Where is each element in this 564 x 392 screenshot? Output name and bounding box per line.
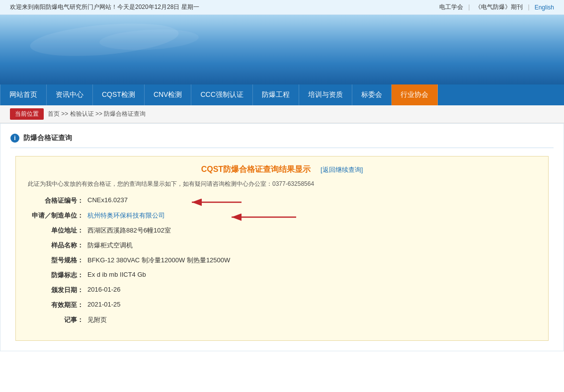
label-notes: 记事： (28, 315, 87, 324)
data-row-expiry-date: 有效期至： 2021-01-25 (28, 301, 536, 310)
label-address: 单位地址： (28, 226, 87, 235)
data-row-notes: 记事： 见附页 (28, 315, 536, 324)
content-area: i 防爆合格证查询 CQST防爆合格证查询结果显示 [返回继续查询] 此证为我中… (0, 123, 564, 351)
data-table: 合格证编号： CNEx16.0237 申请／制造单位： (28, 196, 536, 324)
value-notes: 见附页 (87, 315, 536, 324)
result-title-row: CQST防爆合格证查询结果显示 [返回继续查询] (28, 164, 536, 175)
data-row-cert-id: 合格证编号： CNEx16.0237 (28, 196, 536, 205)
breadcrumb-path-text: 首页 >> 检验认证 >> 防爆合格证查询 (48, 110, 146, 117)
nav-item-fangbao[interactable]: 防爆工程 (253, 84, 299, 105)
top-bar: 欢迎来到南阳防爆电气研究所门户网站！今天是2020年12月28日 星期一 电工学… (0, 0, 564, 15)
label-model: 型号规格： (28, 256, 87, 265)
arrow-cert-id (187, 195, 246, 211)
nav-item-training[interactable]: 培训与资质 (299, 84, 352, 105)
breadcrumb-current-label: 当前位置 (10, 108, 44, 120)
top-bar-links: 电工学会 ｜ 《电气防爆》期刊 ｜ English (439, 3, 554, 11)
data-row-sample-name: 样品名称： 防爆柜式空调机 (28, 241, 536, 250)
label-explosion-mark: 防爆标志： (28, 271, 87, 280)
label-cert-id: 合格证编号： (28, 196, 87, 205)
nav-item-industry[interactable]: 行业协会 (392, 84, 438, 105)
label-issue-date: 颁发日期： (28, 286, 87, 295)
data-row-explosion-mark: 防爆标志： Ex d ib mb IICT4 Gb (28, 271, 536, 280)
arrow-company (227, 210, 301, 226)
nav-item-ccc[interactable]: CCC强制认证 (191, 84, 252, 105)
sep1: ｜ (466, 3, 472, 11)
result-notice: 此证为我中心发放的有效合格证，您的查询结果显示如下，如有疑问请咨询检测中心办公室… (28, 180, 536, 188)
data-row-issue-date: 颁发日期： 2016-01-26 (28, 286, 536, 295)
result-box: CQST防爆合格证查询结果显示 [返回继续查询] 此证为我中心发放的有效合格证，… (15, 156, 549, 341)
value-explosion-mark: Ex d ib mb IICT4 Gb (87, 271, 536, 278)
nav-item-cnv[interactable]: CNV检测 (145, 84, 192, 105)
breadcrumb-bar: 当前位置 首页 >> 检验认证 >> 防爆合格证查询 (0, 105, 564, 123)
label-expiry-date: 有效期至： (28, 301, 87, 310)
back-link[interactable]: [返回继续查询] (321, 165, 363, 174)
link-diangong[interactable]: 电工学会 (439, 3, 463, 11)
nav-item-cqst[interactable]: CQST检测 (93, 84, 145, 105)
value-address: 西湖区西溪路882号6幢102室 (87, 226, 536, 235)
data-row-model: 型号规格： BFKG-12 380VAC 制冷量12000W 制热量12500W (28, 256, 536, 265)
nav-item-home[interactable]: 网站首页 (0, 84, 47, 105)
value-expiry-date: 2021-01-25 (87, 301, 536, 308)
breadcrumb-path: 首页 >> 检验认证 >> 防爆合格证查询 (48, 110, 146, 118)
nav-item-news[interactable]: 资讯中心 (47, 84, 93, 105)
welcome-text: 欢迎来到南阳防爆电气研究所门户网站！今天是2020年12月28日 星期一 (10, 3, 199, 11)
info-icon: i (10, 134, 19, 143)
result-title: CQST防爆合格证查询结果显示 (201, 164, 311, 175)
value-model: BFKG-12 380VAC 制冷量12000W 制热量12500W (87, 256, 536, 265)
data-row-company: 申请／制造单位： 杭州特奥环保科技有限公司 (28, 211, 536, 220)
section-title: 防爆合格证查询 (23, 134, 72, 143)
nav-item-standards[interactable]: 标委会 (352, 84, 392, 105)
sep2: ｜ (526, 3, 532, 11)
link-journal[interactable]: 《电气防爆》期刊 (475, 3, 523, 11)
section-title-bar: i 防爆合格证查询 (10, 130, 554, 148)
banner (0, 15, 564, 84)
english-link[interactable]: English (535, 4, 554, 11)
main-nav: 网站首页 资讯中心 CQST检测 CNV检测 CCC强制认证 防爆工程 培训与资… (0, 84, 564, 105)
value-company: 杭州特奥环保科技有限公司 (87, 211, 536, 220)
label-sample-name: 样品名称： (28, 241, 87, 250)
label-company: 申请／制造单位： (28, 211, 87, 220)
value-cert-id: CNEx16.0237 (87, 196, 536, 204)
value-issue-date: 2016-01-26 (87, 286, 536, 293)
data-row-address: 单位地址： 西湖区西溪路882号6幢102室 (28, 226, 536, 235)
value-sample-name: 防爆柜式空调机 (87, 241, 536, 250)
